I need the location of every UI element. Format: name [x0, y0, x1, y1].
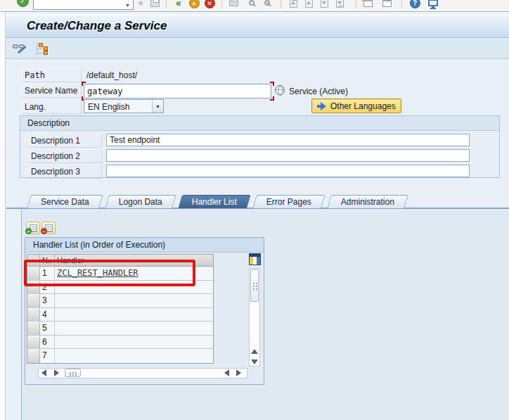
language-select[interactable]: EN English ▼: [84, 99, 164, 113]
collapse-toolbar-icon[interactable]: «: [134, 0, 147, 10]
create-shortcut-icon[interactable]: ↗: [380, 0, 393, 10]
tab-strip: Service DataLogon DataHandler ListError …: [29, 195, 406, 208]
description-2-label: Description 2: [27, 149, 102, 163]
description-1-input[interactable]: [106, 134, 470, 146]
toolbar-separator: [401, 0, 402, 8]
table-row: 5: [27, 322, 213, 336]
handler-cell[interactable]: [55, 294, 213, 307]
description-3-label: Description 3: [27, 165, 102, 179]
toolbar-separator: [281, 0, 281, 8]
sap-gui-window: ✓ ▼ « « ▲ ✕ + ✶ ↗: [0, 0, 509, 420]
focus-bracket: [270, 82, 274, 86]
description-3-input[interactable]: [106, 165, 470, 177]
scroll-down-icon[interactable]: [251, 359, 258, 364]
customize-layout-icon[interactable]: [427, 0, 439, 10]
row-selector[interactable]: [27, 349, 40, 363]
toolbar-separator: [166, 0, 167, 8]
globe-icon[interactable]: [275, 85, 285, 95]
toolbar-separator: [221, 0, 222, 8]
command-field[interactable]: [33, 0, 134, 10]
blue-arrow-icon: [317, 102, 326, 110]
tab-error-pages[interactable]: Error Pages: [254, 195, 323, 208]
table-row: 7: [27, 349, 213, 363]
path-value: /default_host/: [86, 70, 137, 80]
description-1-label: Description 1: [27, 134, 102, 148]
scroll-up-icon[interactable]: [251, 349, 258, 354]
handler-cell[interactable]: [55, 336, 213, 349]
red-highlight-box: [24, 260, 195, 286]
insert-row-icon[interactable]: +: [26, 222, 40, 234]
exit-icon[interactable]: ▲: [188, 0, 200, 10]
back-icon[interactable]: «: [172, 0, 185, 10]
delete-row-icon[interactable]: −: [41, 222, 56, 234]
description-groupbox-title: Description: [20, 116, 499, 131]
row-number-cell: 6: [40, 336, 55, 349]
toolbar-separator: [356, 0, 356, 8]
find-icon[interactable]: [245, 0, 258, 10]
row-selector[interactable]: [27, 294, 40, 307]
row-number-cell: 7: [40, 349, 55, 363]
next-page-icon[interactable]: [318, 0, 330, 10]
chevron-down-icon[interactable]: ▼: [152, 100, 163, 113]
first-page-icon[interactable]: [287, 0, 299, 10]
focus-bracket: [82, 82, 86, 86]
service-name-input[interactable]: [84, 84, 271, 98]
find-next-icon[interactable]: +: [261, 0, 273, 10]
tab-service-data[interactable]: Service Data: [29, 195, 101, 208]
hierarchy-icon[interactable]: [37, 43, 49, 55]
service-name-label: Service Name: [21, 84, 82, 98]
left-gutter: [0, 12, 6, 420]
handler-cell[interactable]: [55, 322, 213, 335]
save-icon[interactable]: [148, 0, 161, 10]
enter-icon[interactable]: ✓: [17, 0, 29, 7]
tab-logon-data[interactable]: Logon Data: [107, 195, 174, 208]
vertical-scrollbar-thumb[interactable]: [250, 269, 259, 302]
handler-list-title: Handler List (in Order of Execution): [25, 238, 264, 253]
row-number-cell: 4: [40, 308, 55, 322]
title-bar: Create/Change a Service: [6, 15, 509, 38]
row-number-cell: 3: [40, 294, 55, 307]
tab-panel-edge: [6, 208, 22, 209]
scroll-left-icon[interactable]: [41, 369, 46, 376]
table-configuration-icon[interactable]: [249, 253, 261, 265]
system-toolbar: ✓ ▼ « « ▲ ✕ + ✶ ↗: [0, 0, 509, 12]
display-change-icon[interactable]: [13, 43, 30, 56]
page-title: Create/Change a Service: [27, 19, 167, 33]
row-selector[interactable]: [27, 308, 40, 322]
scroll-right-icon[interactable]: [236, 369, 241, 376]
tab-label: Administration: [341, 197, 394, 207]
language-label: Lang.: [21, 100, 82, 114]
previous-page-icon[interactable]: [302, 0, 315, 10]
table-row: 6: [27, 336, 213, 350]
language-value: EN English: [88, 102, 129, 112]
other-languages-button[interactable]: Other Languages: [311, 98, 401, 113]
row-number-cell: 5: [40, 322, 55, 335]
service-status-text: Service (Active): [289, 87, 348, 96]
tab-label: Logon Data: [119, 197, 162, 207]
focus-bracket: [270, 96, 274, 101]
tab-handler-list[interactable]: Handler List: [180, 195, 249, 208]
handler-cell[interactable]: [55, 349, 213, 363]
cancel-icon[interactable]: ✕: [203, 0, 216, 10]
tab-administration[interactable]: Administration: [329, 195, 406, 208]
path-label: Path: [21, 68, 82, 82]
print-icon[interactable]: [227, 0, 240, 10]
other-languages-label: Other Languages: [330, 101, 396, 111]
last-page-icon[interactable]: [333, 0, 346, 10]
description-groupbox: Description Description 1 Description 2 …: [20, 115, 500, 178]
description-2-input[interactable]: [106, 149, 470, 162]
row-selector[interactable]: [27, 336, 40, 349]
new-session-icon[interactable]: ✶: [361, 0, 374, 10]
row-selector[interactable]: [27, 322, 40, 335]
application-toolbar: [6, 39, 509, 59]
table-row: 3: [27, 294, 213, 308]
table-row: 4: [27, 308, 213, 322]
help-icon[interactable]: ?: [408, 0, 421, 10]
horizontal-scrollbar-thumb[interactable]: [65, 369, 81, 377]
scroll-left-icon[interactable]: [224, 369, 229, 376]
scroll-right-icon[interactable]: [54, 369, 59, 376]
handler-cell[interactable]: [55, 308, 213, 322]
tab-label: Handler List: [192, 197, 237, 207]
tab-label: Error Pages: [266, 197, 311, 207]
command-dropdown-icon[interactable]: ▼: [125, 3, 130, 8]
